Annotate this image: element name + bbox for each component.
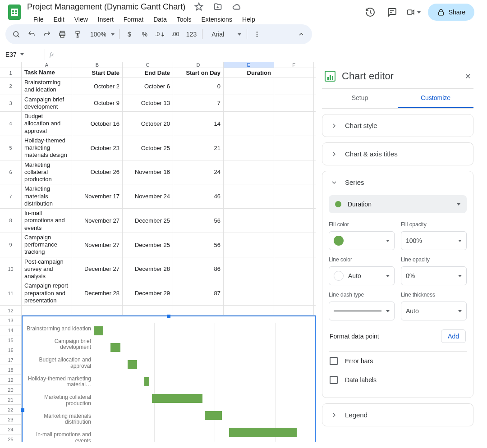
row-header[interactable]: 18 <box>0 365 22 375</box>
data-labels-checkbox[interactable]: Data labels <box>329 370 467 389</box>
cell[interactable]: 14 <box>173 112 224 136</box>
section-chart-style[interactable]: Chart style <box>322 114 473 137</box>
cell[interactable]: December 28 <box>72 281 123 305</box>
cell[interactable]: December 28 <box>123 257 173 281</box>
cell[interactable]: Budget allocation and approval <box>22 112 72 136</box>
share-button[interactable]: Share <box>428 4 474 21</box>
row-header[interactable]: 25 <box>0 434 22 442</box>
cell[interactable]: December 25 <box>123 209 173 233</box>
move-icon[interactable] <box>211 0 225 14</box>
cell[interactable]: Task Name <box>22 68 72 78</box>
cell[interactable]: 24 <box>173 160 224 184</box>
tab-customize[interactable]: Customize <box>398 89 473 108</box>
cell[interactable]: Marketing collateral production <box>22 160 72 184</box>
history-icon[interactable] <box>363 5 377 19</box>
cell[interactable]: November 24 <box>123 184 173 208</box>
cell[interactable]: November 27 <box>72 209 123 233</box>
col-header-A[interactable]: A <box>22 62 72 68</box>
tab-setup[interactable]: Setup <box>322 89 398 108</box>
cell[interactable]: End Date <box>123 68 173 78</box>
cell[interactable] <box>224 184 274 208</box>
cell[interactable]: Post-campaign survey and analysis <box>22 257 72 281</box>
sheets-logo[interactable] <box>5 3 23 21</box>
cell[interactable]: 21 <box>173 136 224 160</box>
cell[interactable]: November 27 <box>72 233 123 257</box>
cell[interactable]: Holiday-themed marketing materials desig… <box>22 136 72 160</box>
cell[interactable] <box>224 136 274 160</box>
row-header[interactable]: 21 <box>0 395 22 404</box>
close-panel-icon[interactable]: ✕ <box>465 72 471 81</box>
zoom-select[interactable]: 100% <box>86 27 116 41</box>
cell[interactable]: October 16 <box>72 112 123 136</box>
doc-title[interactable]: Project Management (Dynamic Gantt Chart) <box>25 1 187 13</box>
cell[interactable]: 0 <box>173 78 224 95</box>
cell[interactable] <box>274 136 314 160</box>
cell[interactable]: Marketing materials distribution <box>22 184 72 208</box>
collapse-toolbar-icon[interactable] <box>294 27 308 41</box>
chart-bar[interactable] <box>152 394 202 403</box>
row-header[interactable]: 22 <box>0 405 22 414</box>
star-icon[interactable] <box>192 0 206 14</box>
cell[interactable]: October 13 <box>123 95 173 112</box>
cell[interactable] <box>274 68 314 78</box>
search-menu-icon[interactable] <box>9 27 23 41</box>
select-all-corner[interactable] <box>0 62 22 68</box>
cell[interactable] <box>274 112 314 136</box>
row-header[interactable]: 13 <box>0 315 22 325</box>
add-data-point-button[interactable]: Add <box>441 329 466 343</box>
section-chart-axis-titles[interactable]: Chart & axis titles <box>322 143 473 165</box>
col-header-C[interactable]: C <box>123 62 173 68</box>
chart-bar[interactable] <box>144 377 149 386</box>
cell[interactable]: 56 <box>173 209 224 233</box>
row-header[interactable]: 14 <box>0 325 22 335</box>
row-header[interactable]: 1 <box>0 68 22 78</box>
line-opacity-select[interactable]: 0% <box>401 266 467 285</box>
line-color-select[interactable]: Auto <box>329 266 395 285</box>
cell[interactable]: 87 <box>173 281 224 305</box>
cell[interactable] <box>274 78 314 95</box>
cell[interactable]: Duration <box>224 68 274 78</box>
cell[interactable]: October 26 <box>72 160 123 184</box>
cell[interactable] <box>274 95 314 112</box>
chart-bar[interactable] <box>110 343 120 352</box>
cell[interactable]: Campaign brief development <box>22 95 72 112</box>
paint-format-icon[interactable] <box>70 27 85 41</box>
cell[interactable]: 56 <box>173 233 224 257</box>
line-dash-select[interactable] <box>329 302 395 320</box>
row-header[interactable]: 24 <box>0 425 22 434</box>
cell[interactable] <box>274 233 314 257</box>
row-header[interactable]: 4 <box>0 112 22 136</box>
chart-bar[interactable] <box>94 326 103 335</box>
cell[interactable]: October 6 <box>123 78 173 95</box>
row-header[interactable]: 15 <box>0 335 22 345</box>
redo-icon[interactable] <box>40 27 54 41</box>
number-format-button[interactable]: 123 <box>184 27 199 41</box>
row-header[interactable]: 11 <box>0 281 22 305</box>
cloud-status-icon[interactable] <box>230 0 244 14</box>
menu-view[interactable]: View <box>70 14 92 25</box>
cell[interactable] <box>224 209 274 233</box>
embedded-chart[interactable]: Brainstorming and ideationCampaign brief… <box>22 315 316 442</box>
cell[interactable]: November 16 <box>123 160 173 184</box>
chart-bar[interactable] <box>205 411 221 420</box>
series-select[interactable]: Duration <box>329 195 467 213</box>
cell[interactable]: October 23 <box>72 136 123 160</box>
cell[interactable]: November 17 <box>72 184 123 208</box>
menu-file[interactable]: File <box>29 14 48 25</box>
menu-tools[interactable]: Tools <box>172 14 196 25</box>
cell[interactable] <box>123 306 173 315</box>
cell[interactable] <box>274 281 314 305</box>
cell[interactable]: 46 <box>173 184 224 208</box>
cell[interactable]: December 25 <box>123 233 173 257</box>
error-bars-checkbox[interactable]: Error bars <box>329 352 467 370</box>
cell[interactable]: Campaign performance tracking <box>22 233 72 257</box>
row-header[interactable]: 10 <box>0 257 22 281</box>
cell[interactable] <box>224 160 274 184</box>
cell[interactable] <box>72 306 123 315</box>
menu-data[interactable]: Data <box>149 14 171 25</box>
row-header[interactable]: 5 <box>0 136 22 160</box>
cell[interactable]: 86 <box>173 257 224 281</box>
cell[interactable] <box>274 184 314 208</box>
meet-button[interactable] <box>406 5 421 19</box>
row-header[interactable]: 7 <box>0 184 22 208</box>
